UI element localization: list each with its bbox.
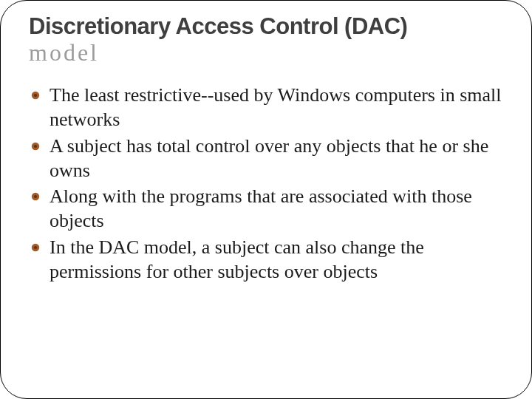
bullet-text: Along with the programs that are associa…: [50, 185, 472, 231]
bullet-icon: [30, 90, 41, 100]
bullet-icon: [30, 242, 41, 253]
svg-point-5: [34, 195, 37, 198]
svg-point-1: [34, 94, 37, 97]
bullet-icon: [30, 141, 41, 151]
slide-frame: Discretionary Access Control (DAC) model…: [0, 0, 532, 399]
bullet-icon: [30, 191, 41, 202]
list-item: The least restrictive--used by Windows c…: [29, 83, 503, 132]
bullet-text: The least restrictive--used by Windows c…: [50, 84, 502, 130]
list-item: A subject has total control over any obj…: [29, 134, 503, 183]
list-item: Along with the programs that are associa…: [29, 184, 503, 233]
bullet-text: A subject has total control over any obj…: [50, 135, 488, 181]
svg-point-7: [34, 246, 37, 249]
slide-title: Discretionary Access Control (DAC): [29, 14, 503, 39]
svg-point-3: [34, 145, 37, 148]
slide-subtitle: model: [29, 39, 503, 66]
list-item: In the DAC model, a subject can also cha…: [29, 235, 503, 284]
bullet-list: The least restrictive--used by Windows c…: [29, 83, 503, 284]
bullet-text: In the DAC model, a subject can also cha…: [50, 236, 424, 282]
